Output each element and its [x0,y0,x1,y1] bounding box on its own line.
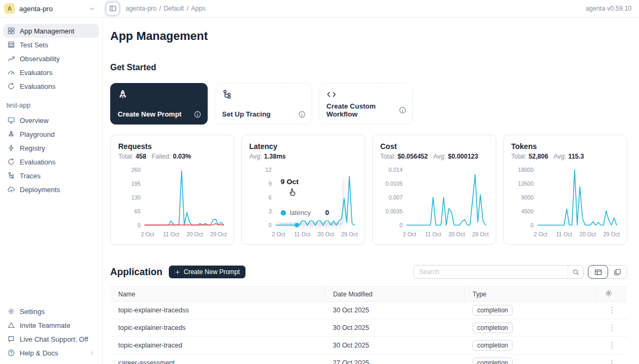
svg-text:29 Oct: 29 Oct [341,231,358,237]
view-toggle [588,265,627,279]
gear-icon [7,308,15,315]
sidebar-item-label: Help & Docs [20,349,58,357]
cost-chart: 00.00350.0070.01050.0142 Oct11 Oct20 Oct… [380,162,489,242]
info-circle-icon[interactable] [298,111,306,118]
info-circle-icon[interactable] [194,111,201,118]
breadcrumb: agenta-pro/Default/Apps [126,5,206,12]
card-view-button[interactable] [607,265,627,279]
monitor-icon [7,117,15,124]
svg-text:11 Oct: 11 Oct [163,231,179,237]
svg-text:9: 9 [268,180,272,187]
code-icon [326,89,337,100]
test-sets-icon [7,41,15,48]
sidebar-item-app-management[interactable]: App Management [3,24,99,38]
search-input[interactable] [414,268,568,276]
column-settings [596,287,627,302]
svg-text:18000: 18000 [518,167,534,173]
row-menu-icon[interactable] [608,306,616,315]
breadcrumb-item[interactable]: agenta-pro [126,5,157,12]
requests-card: Requests Total: 458 Failed: 0.03% 065130… [110,135,234,245]
info-circle-icon[interactable] [399,106,406,114]
sidebar-item-observability[interactable]: Observability [3,52,99,65]
column-date-modified: Date Modified [325,287,464,302]
sidebar-item-help-docs[interactable]: Help & Docs [3,346,99,360]
row-menu-icon[interactable] [608,324,616,332]
sidebar-item-deployments[interactable]: Deployments [3,183,99,196]
cost-card: Cost Total: $0.056452 Avg: $0.000123 00.… [372,135,496,245]
svg-text:0: 0 [268,222,272,228]
svg-text:2 Oct: 2 Oct [403,231,416,237]
cost-stats: Total: $0.056452 Avg: $0.000123 [380,153,488,160]
svg-text:20 Oct: 20 Oct [186,231,203,237]
latency-card: Latency Avg: 1.38ms 9 Oct latency 0 0369… [241,135,365,245]
plus-icon [175,269,181,275]
svg-text:3: 3 [268,208,272,214]
sidebar-item-live-chat-support-off[interactable]: Live Chat Support: Off [3,332,99,346]
page-title: App Management [110,29,627,43]
column-name: Name [110,287,325,302]
sidebar-item-label: Invite Teammate [20,321,70,329]
application-toolbar [413,265,627,279]
gear-icon[interactable] [605,289,612,297]
sidebar-item-invite-teammate[interactable]: Invite Teammate [3,318,99,332]
gauge-icon [7,69,15,76]
help-circle-icon [7,349,15,357]
table-row[interactable]: topic-explainer-traceds30 Oct 2025comple… [110,319,627,337]
svg-text:11 Oct: 11 Oct [556,231,572,237]
create-new-prompt-button[interactable]: Create New Prompt [169,266,245,278]
tokens-stats: Total: 52,806 Avg: 115.3 [511,153,619,160]
svg-text:20 Oct: 20 Oct [448,231,465,237]
sidebar-toggle-button[interactable] [106,2,119,15]
sidebar-item-label: Overview [20,117,48,125]
metrics-charts: Requests Total: 458 Failed: 0.03% 065130… [110,135,627,245]
svg-text:130: 130 [131,194,141,201]
column-type: Type [464,287,596,302]
workspace-switcher[interactable]: A agenta-pro [0,3,103,14]
sidebar-item-registry[interactable]: Registry [3,141,99,155]
sidebar-item-overview[interactable]: Overview [3,113,99,127]
svg-text:260: 260 [131,167,141,173]
search-button[interactable] [568,269,583,276]
cloud-upload-icon [7,186,15,193]
table-header-row: Name Date Modified Type [110,287,627,302]
panel-left-icon [109,5,117,12]
svg-text:11 Oct: 11 Oct [425,231,441,237]
main-content: App Management Get Started Create New Pr… [103,18,639,364]
create-new-prompt-card[interactable]: Create New Prompt [110,83,208,125]
svg-text:0.0105: 0.0105 [386,180,403,187]
sidebar-item-label: App Management [20,27,75,35]
app-name-cell: topic-explainer-traced [110,337,325,354]
sidebar-item-traces[interactable]: Traces [3,169,99,183]
row-menu-icon[interactable] [608,341,616,350]
breadcrumb-item[interactable]: Apps [191,5,206,12]
svg-text:0: 0 [530,222,534,228]
row-menu-icon[interactable] [608,359,616,364]
chart-title: Latency [249,142,357,151]
workspace-name: agenta-pro [19,5,53,13]
sidebar-item-evaluations[interactable]: Evaluations [3,79,99,93]
application-header: Application Create New Prompt [110,265,627,279]
sidebar-item-evaluations[interactable]: Evaluations [3,155,99,169]
breadcrumb-item[interactable]: Default [163,5,184,12]
svg-text:9000: 9000 [521,194,534,201]
svg-text:29 Oct: 29 Oct [210,231,227,237]
svg-text:195: 195 [131,180,141,187]
table-row[interactable]: topic-explainer-tracedss30 Oct 2025compl… [110,302,627,319]
sidebar-item-settings[interactable]: Settings [3,304,99,318]
sidebar-item-label: Settings [20,308,45,316]
sidebar-item-test-sets[interactable]: Test Sets [3,38,99,52]
search-icon [572,269,579,276]
sidebar-item-evaluators[interactable]: Evaluators [3,65,99,79]
chevron-down-icon [88,5,95,12]
rocket-icon [118,89,128,100]
table-view-button[interactable] [588,265,608,279]
tokens-chart: 04500900013500180002 Oct11 Oct20 Oct29 O… [511,162,620,242]
create-custom-workflow-card[interactable]: Create Custom Workflow [319,83,413,125]
date-modified-cell: 27 Oct 2025 [325,354,464,364]
sidebar-item-label: Deployments [20,186,60,194]
table-row[interactable]: topic-explainer-traced30 Oct 2025complet… [110,337,627,354]
sidebar-item-playground[interactable]: Playground [3,127,99,141]
actions-cell [596,302,627,319]
table-row[interactable]: career-assessment27 Oct 2025completion [110,354,627,364]
set-up-tracing-card[interactable]: Set Up Tracing [215,83,312,125]
